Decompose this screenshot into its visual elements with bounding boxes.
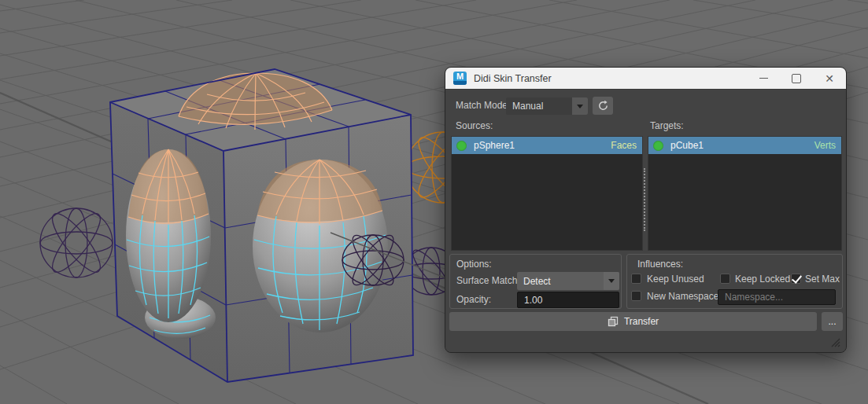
new-namespace-checkbox[interactable]: [631, 291, 641, 301]
surface-match-select[interactable]: Detect: [517, 272, 619, 290]
check-icon: [792, 273, 802, 284]
surface-match-label: Surface Match:: [456, 275, 520, 286]
sources-label: Sources:: [456, 120, 493, 131]
namespace-input[interactable]: [718, 289, 836, 305]
window-title: Didi Skin Transfer: [474, 73, 552, 84]
match-mode-label: Match Mode:: [456, 100, 510, 111]
target-list-item[interactable]: pCube1 Verts: [648, 137, 841, 154]
splitter-handle[interactable]: [644, 168, 645, 231]
options-group-title: Options:: [456, 259, 492, 270]
window-titlebar[interactable]: M Didi Skin Transfer ✕: [445, 68, 846, 90]
set-max-checkbox[interactable]: [791, 274, 801, 284]
maximize-button[interactable]: [780, 68, 813, 89]
status-dot-icon: [456, 141, 467, 151]
target-item-name: pCube1: [670, 140, 814, 151]
match-mode-select[interactable]: Manual: [506, 97, 588, 115]
minimize-icon: [759, 78, 768, 79]
opacity-input[interactable]: [517, 292, 619, 308]
refresh-button[interactable]: [593, 97, 613, 115]
dialog-body: Match Mode: Manual Sources: Targets: pSp…: [445, 90, 846, 352]
keep-unused-label: Keep Unused: [647, 274, 704, 285]
match-mode-value: Manual: [506, 101, 572, 112]
surface-match-value: Detect: [517, 276, 604, 287]
cube-mesh[interactable]: [110, 69, 413, 382]
close-button[interactable]: ✕: [813, 68, 846, 89]
window-controls: ✕: [747, 68, 846, 89]
maya-logo-icon: M: [453, 72, 467, 85]
sphere-left-bulge[interactable]: [126, 149, 211, 322]
targets-label: Targets:: [650, 120, 684, 131]
resize-grip[interactable]: [829, 336, 840, 347]
keep-unused-checkbox[interactable]: [631, 274, 641, 284]
transfer-icon: [608, 316, 619, 327]
set-max-label: Set Max: [805, 274, 840, 285]
transfer-button-label: Transfer: [624, 316, 659, 327]
source-item-name: pSphere1: [474, 140, 611, 151]
target-item-mode: Verts: [814, 140, 836, 151]
maya-application: M Didi Skin Transfer ✕ Match Mode: Manua…: [0, 0, 868, 404]
minimize-button[interactable]: [747, 68, 780, 89]
skin-transfer-window: M Didi Skin Transfer ✕ Match Mode: Manua…: [445, 67, 847, 353]
maximize-icon: [792, 74, 801, 83]
influences-group-title: Influences:: [637, 259, 683, 270]
sources-list[interactable]: pSphere1 Faces: [451, 136, 643, 251]
close-icon: ✕: [825, 73, 834, 84]
new-namespace-label: New Namespace:: [647, 291, 722, 302]
dropdown-arrow-icon: [572, 97, 588, 115]
refresh-icon: [597, 100, 609, 112]
keep-locked-checkbox[interactable]: [720, 274, 730, 284]
influences-group: Influences: Keep Unused Keep Locked Set …: [626, 254, 843, 309]
more-options-label: ...: [828, 316, 836, 327]
opacity-label: Opacity:: [456, 294, 491, 305]
source-list-item[interactable]: pSphere1 Faces: [452, 137, 642, 154]
targets-list[interactable]: pCube1 Verts: [648, 136, 842, 251]
status-dot-icon: [653, 141, 663, 151]
transfer-button[interactable]: Transfer: [449, 312, 817, 331]
source-item-mode: Faces: [611, 140, 637, 151]
more-options-button[interactable]: ...: [822, 312, 843, 331]
keep-locked-label: Keep Locked: [735, 274, 790, 285]
options-group: Options: Surface Match: Detect Opacity:: [449, 254, 622, 309]
sphere-right-bulge[interactable]: [253, 160, 388, 332]
dropdown-arrow-icon: [604, 272, 619, 290]
